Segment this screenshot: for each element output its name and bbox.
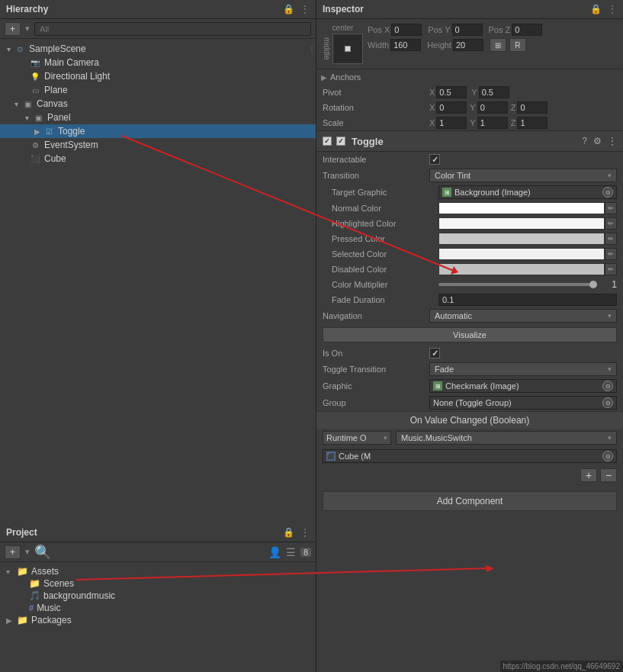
tree-item-maincamera[interactable]: 📷 Main Camera <box>0 56 316 69</box>
runtime-dropdown[interactable]: Runtime O ▾ <box>323 431 391 445</box>
color-multiplier-label: Color Multiplier <box>332 280 438 289</box>
graphic-field[interactable]: ⊞ Checkmark (Image) ⊙ <box>429 379 617 393</box>
add-button[interactable]: + <box>5 22 21 36</box>
add-component-button[interactable]: Add Component <box>323 491 617 511</box>
tree-label-cube: Cube <box>44 153 66 164</box>
disabled-color-field[interactable] <box>438 263 605 275</box>
height-input[interactable] <box>453 39 483 51</box>
pressed-color-edit-btn[interactable]: ✏ <box>605 233 617 245</box>
pos-z-input[interactable] <box>512 24 542 36</box>
view-icon[interactable]: ☰ <box>286 546 296 558</box>
group-row: Group None (Toggle Group) ⊙ <box>316 394 623 411</box>
anchors-section[interactable]: ▶ Anchors <box>316 69 623 85</box>
center-dot <box>345 46 351 52</box>
toggle-transition-dropdown[interactable]: Fade ▾ <box>429 362 617 376</box>
lock-icon: 🔒 <box>283 4 294 14</box>
rot-y-input[interactable] <box>477 101 508 114</box>
transition-value: Color Tint <box>435 171 470 180</box>
selected-color-edit-btn[interactable]: ✏ <box>605 248 617 260</box>
target-graphic-field[interactable]: ⊞ Background (Image) ⊙ <box>438 185 617 199</box>
tree-item-samplescene[interactable]: ▾ ⊙ SampleScene ⋮ <box>0 42 316 56</box>
asset-item-assets[interactable]: ▾ 📁 Assets <box>6 565 310 577</box>
tree-item-canvas[interactable]: ▾ ▣ Canvas <box>0 97 316 111</box>
color-multiplier-value: 1 <box>602 279 617 290</box>
more-icon-project[interactable]: ⋮ <box>300 527 310 538</box>
project-add-button[interactable]: + <box>5 545 21 559</box>
hierarchy-tree: ▾ ⊙ SampleScene ⋮ 📷 Main Camera 💡 Direct… <box>0 39 316 523</box>
selected-color-field[interactable] <box>438 248 605 260</box>
scale-y-input[interactable] <box>477 117 508 129</box>
pivot-y-input[interactable] <box>479 86 509 98</box>
pos-y-input[interactable] <box>452 24 483 36</box>
asset-label-music: Music <box>37 603 60 613</box>
width-input[interactable] <box>390 39 421 51</box>
rot-z-input[interactable] <box>517 101 548 114</box>
tree-label-toggle: Toggle <box>58 126 85 137</box>
object-event-select-btn[interactable]: ⊙ <box>602 451 613 461</box>
inspector-panel: Inspector 🔒 ⋮ center middle <box>316 0 623 672</box>
group-value: None (Toggle Group) <box>433 398 512 407</box>
tree-item-cube[interactable]: ⬛ Cube <box>0 152 316 166</box>
pos-x-input[interactable] <box>391 24 422 36</box>
transition-dropdown[interactable]: Color Tint ▾ <box>429 169 617 182</box>
tree-item-directionallight[interactable]: 💡 Directional Light <box>0 69 316 83</box>
highlighted-color-field[interactable] <box>438 217 605 230</box>
is-on-checkbox[interactable]: ✓ <box>429 348 440 359</box>
settings-icon[interactable]: ⚙ <box>593 136 602 146</box>
navigation-dropdown[interactable]: Automatic ▾ <box>429 309 617 323</box>
tree-item-plane[interactable]: ▭ Plane <box>0 83 316 97</box>
component-enabled-checkbox[interactable]: ✓ <box>323 137 332 146</box>
search-input[interactable] <box>34 22 311 36</box>
graphic-select-btn[interactable]: ⊙ <box>602 381 613 391</box>
navigation-label: Navigation <box>323 311 429 320</box>
scale-z-input[interactable] <box>517 117 548 129</box>
asset-item-scenes[interactable]: 📁 Scenes <box>6 577 310 590</box>
reset-btn[interactable]: R <box>509 38 526 52</box>
tree-item-toggle[interactable]: ▶ ☑ Toggle <box>0 124 316 138</box>
transition-label: Transition <box>323 171 429 180</box>
highlighted-color-edit-btn[interactable]: ✏ <box>605 217 617 230</box>
group-select-btn[interactable]: ⊙ <box>602 397 613 408</box>
project-tree: ▾ 📁 Assets 📁 Scenes 🎵 backgroundmusic <box>0 562 316 672</box>
selected-color-label: Selected Color <box>332 249 438 259</box>
more-icon-inspector[interactable]: ⋮ <box>608 4 617 14</box>
event-add-btn[interactable]: + <box>580 468 597 482</box>
help-icon[interactable]: ? <box>582 136 587 146</box>
disabled-color-edit-btn[interactable]: ✏ <box>605 263 617 275</box>
constrain-btn[interactable]: ⊞ <box>490 38 506 52</box>
tree-item-panel[interactable]: ▾ ▣ Panel <box>0 111 316 124</box>
asset-item-backgroundmusic[interactable]: 🎵 backgroundmusic <box>6 590 310 602</box>
color-multiplier-slider[interactable]: 1 <box>438 279 617 290</box>
fade-duration-input[interactable] <box>438 294 617 306</box>
target-graphic-row: Target Graphic ⊞ Background (Image) ⊙ <box>316 184 623 201</box>
scale-x-input[interactable] <box>436 117 467 129</box>
method-dropdown[interactable]: Music.MusicSwitch ▾ <box>396 431 617 445</box>
toggle-component-title: Toggle <box>352 136 384 147</box>
group-field[interactable]: None (Toggle Group) ⊙ <box>429 396 617 410</box>
anchor-widget[interactable] <box>332 34 363 64</box>
group-label: Group <box>323 398 429 407</box>
component-active-checkbox[interactable]: ✓ <box>336 137 345 146</box>
rot-x-input[interactable] <box>436 101 467 114</box>
tree-label-eventsystem: EventSystem <box>44 140 98 150</box>
event-remove-btn[interactable]: − <box>600 468 617 482</box>
asset-label-assets: Assets <box>31 566 59 577</box>
pos-x-label: Pos X <box>368 25 390 34</box>
menu-icon[interactable]: ⋮ <box>608 136 617 146</box>
favorites-icon[interactable]: 👤 <box>268 546 281 558</box>
asset-item-music[interactable]: # Music <box>6 602 310 614</box>
pivot-label: Pivot <box>323 88 429 97</box>
target-graphic-select-btn[interactable]: ⊙ <box>602 187 613 198</box>
selected-color-row: Selected Color ✏ <box>316 246 623 262</box>
asset-item-packages[interactable]: ▶ 📁 Packages <box>6 614 310 626</box>
object-event-field[interactable]: ⬛ Cube (M ⊙ <box>323 449 617 463</box>
pivot-x-input[interactable] <box>436 86 467 98</box>
more-icon[interactable]: ⋮ <box>300 4 310 14</box>
normal-color-edit-btn[interactable]: ✏ <box>605 202 617 214</box>
tree-item-eventsystem[interactable]: ⚙ EventSystem <box>0 138 316 152</box>
hierarchy-title: Hierarchy <box>6 4 48 14</box>
normal-color-field[interactable] <box>438 202 605 214</box>
visualize-button[interactable]: Visualize <box>323 327 617 342</box>
interactable-checkbox[interactable]: ✓ <box>429 154 440 165</box>
pressed-color-field[interactable] <box>438 233 605 245</box>
